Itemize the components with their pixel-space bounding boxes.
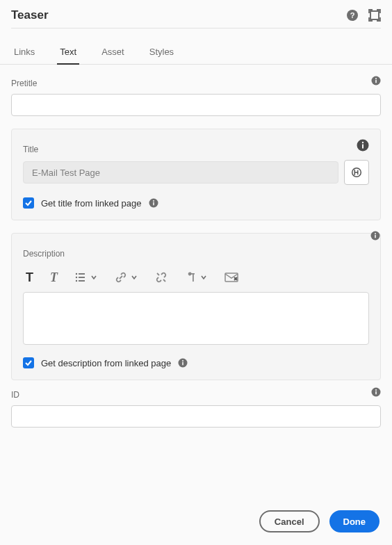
description-label: Description xyxy=(23,249,369,259)
header-actions: ? xyxy=(346,9,381,22)
get-description-checkbox[interactable] xyxy=(23,357,34,368)
title-value: E-Mail Test Page xyxy=(32,168,100,178)
info-icon[interactable] xyxy=(370,231,380,241)
svg-rect-7 xyxy=(362,145,364,149)
paragraph-format-icon[interactable] xyxy=(184,270,208,285)
tab-bar: Links Text Asset Styles xyxy=(0,41,392,65)
svg-rect-14 xyxy=(375,235,376,238)
title-input: E-Mail Test Page xyxy=(23,161,338,184)
dialog-header: Teaser ? xyxy=(0,0,392,28)
svg-text:?: ? xyxy=(350,11,355,19)
get-title-checkbox[interactable] xyxy=(23,197,34,209)
svg-point-16 xyxy=(76,273,77,275)
info-icon[interactable] xyxy=(371,387,381,397)
pretitle-label: Pretitle xyxy=(11,79,381,88)
description-card: Description T T xyxy=(11,233,381,380)
pretitle-input[interactable] xyxy=(11,94,381,116)
cancel-button[interactable]: Cancel xyxy=(259,510,320,532)
svg-point-30 xyxy=(375,389,377,391)
svg-line-23 xyxy=(163,279,165,282)
get-description-checkbox-label: Get description from linked page xyxy=(41,358,171,368)
tab-styles[interactable]: Styles xyxy=(147,41,177,64)
tab-asset[interactable]: Asset xyxy=(99,41,127,64)
svg-rect-11 xyxy=(153,202,154,206)
dialog-footer: Cancel Done xyxy=(0,501,392,545)
svg-line-22 xyxy=(157,273,159,275)
insert-variable-icon[interactable] xyxy=(224,270,238,285)
svg-point-5 xyxy=(375,78,377,79)
svg-point-20 xyxy=(76,280,77,282)
info-icon[interactable] xyxy=(178,358,188,368)
svg-rect-4 xyxy=(375,80,377,83)
list-icon[interactable] xyxy=(74,270,98,285)
unlink-icon[interactable] xyxy=(155,270,168,285)
italic-icon[interactable]: T xyxy=(50,270,58,285)
svg-rect-2 xyxy=(370,11,379,19)
campaign-variable-button[interactable] xyxy=(344,160,369,185)
svg-point-12 xyxy=(153,200,154,202)
info-icon[interactable] xyxy=(149,198,158,208)
svg-rect-26 xyxy=(182,362,183,366)
description-editor xyxy=(23,292,369,345)
svg-point-27 xyxy=(182,360,183,361)
get-title-from-linked-row: Get title from linked page xyxy=(23,197,369,209)
header-divider xyxy=(11,28,381,29)
info-icon[interactable] xyxy=(371,76,381,86)
svg-rect-24 xyxy=(225,273,238,282)
id-field: ID xyxy=(11,390,381,428)
svg-point-8 xyxy=(362,142,364,143)
get-description-from-linked-row: Get description from linked page xyxy=(23,357,369,368)
dialog-title: Teaser xyxy=(11,8,49,22)
teaser-dialog: Teaser ? Links Text Asset Styles Pretitl xyxy=(0,0,392,545)
fullscreen-icon[interactable] xyxy=(368,9,381,22)
svg-rect-29 xyxy=(375,391,377,395)
info-icon[interactable] xyxy=(357,139,370,153)
id-label: ID xyxy=(11,390,381,400)
done-button[interactable]: Done xyxy=(329,510,380,532)
bold-icon[interactable]: T xyxy=(26,270,33,285)
tab-links[interactable]: Links xyxy=(11,41,38,64)
get-title-checkbox-label: Get title from linked page xyxy=(41,198,142,209)
hyperlink-icon[interactable] xyxy=(115,270,138,285)
title-label: Title xyxy=(23,145,369,154)
rte-toolbar: T T xyxy=(23,264,369,292)
pretitle-field: Pretitle xyxy=(11,79,381,116)
svg-point-15 xyxy=(375,233,376,234)
help-icon[interactable]: ? xyxy=(346,9,359,22)
svg-point-18 xyxy=(76,277,77,278)
title-card: Title E-Mail Test Page Get title from li… xyxy=(11,129,381,220)
dialog-body: Pretitle Title E-Mail Test Page xyxy=(0,65,392,501)
tab-text[interactable]: Text xyxy=(57,41,79,64)
id-input[interactable] xyxy=(11,405,381,428)
